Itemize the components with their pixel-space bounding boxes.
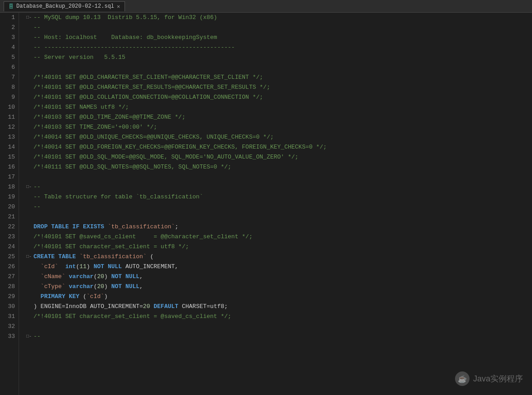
code-content-15: /*!40101 SET @OLD_SQL_MODE=@@SQL_MODE, S… xyxy=(34,152,298,162)
line-num-3: 3 xyxy=(5,33,15,43)
line-num-31: 31 xyxy=(5,312,15,322)
code-line-33: □--- xyxy=(26,332,532,342)
code-line-28: `cType` varchar(20) NOT NULL, xyxy=(26,282,532,292)
line-num-33: 33 xyxy=(5,332,15,342)
line-num-5: 5 xyxy=(5,53,15,63)
code-content-14: /*!40014 SET @OLD_FOREIGN_KEY_CHECKS=@@F… xyxy=(34,142,327,152)
code-line-10: /*!40101 SET NAMES utf8 */; xyxy=(26,102,532,112)
fold-indicator-18[interactable]: □- xyxy=(26,182,33,192)
line-num-2: 2 xyxy=(5,23,15,33)
code-line-4: -- -------------------------------------… xyxy=(26,43,532,53)
line-num-24: 24 xyxy=(5,242,15,252)
line-num-1: 1 xyxy=(5,13,15,23)
tab-label: Database_Backup_2020-02-12.sql xyxy=(16,3,114,10)
code-line-19: -- Table structure for table `tb_classif… xyxy=(26,192,532,202)
code-content-26: `cId` int(11) NOT NULL AUTO_INCREMENT, xyxy=(34,262,178,272)
code-content-30: ) ENGINE=InnoDB AUTO_INCREMENT=20 DEFAUL… xyxy=(34,302,228,312)
code-line-3: -- Host: localhost Database: db_bookkeep… xyxy=(26,33,532,43)
code-content-22: DROP TABLE IF EXISTS `tb_classification`… xyxy=(34,222,178,232)
code-content-10: /*!40101 SET NAMES utf8 */; xyxy=(34,102,129,112)
code-line-16: /*!40111 SET @OLD_SQL_NOTES=@@SQL_NOTES,… xyxy=(26,162,532,172)
code-line-22: DROP TABLE IF EXISTS `tb_classification`… xyxy=(26,222,532,232)
code-line-20: -- xyxy=(26,202,532,212)
fold-indicator-33[interactable]: □- xyxy=(26,332,33,342)
code-line-8: /*!40101 SET @OLD_CHARACTER_SET_RESULTS=… xyxy=(26,82,532,92)
code-line-13: /*!40014 SET @OLD_UNIQUE_CHECKS=@@UNIQUE… xyxy=(26,132,532,142)
line-num-15: 15 xyxy=(5,152,15,162)
line-num-10: 10 xyxy=(5,102,15,112)
code-content-1: -- MySQL dump 10.13 Distrib 5.5.15, for … xyxy=(34,13,217,23)
code-content-19: -- Table structure for table `tb_classif… xyxy=(34,192,203,202)
code-line-5: -- Server version 5.5.15 xyxy=(26,53,532,63)
code-content-28: `cType` varchar(20) NOT NULL, xyxy=(34,282,143,292)
code-content-29: PRIMARY KEY (`cId`) xyxy=(34,292,108,302)
code-line-30: ) ENGINE=InnoDB AUTO_INCREMENT=20 DEFAUL… xyxy=(26,302,532,312)
code-content-7: /*!40101 SET @OLD_CHARACTER_SET_CLIENT=@… xyxy=(34,72,263,82)
line-num-9: 9 xyxy=(5,92,15,102)
line-num-30: 30 xyxy=(5,302,15,312)
line-num-4: 4 xyxy=(5,43,15,53)
tab-close-button[interactable]: ✕ xyxy=(117,3,120,10)
code-content-9: /*!40101 SET @OLD_COLLATION_CONNECTION=@… xyxy=(34,92,263,102)
fold-indicator-1[interactable]: □- xyxy=(26,13,33,23)
title-bar: 🗄 Database_Backup_2020-02-12.sql ✕ xyxy=(0,0,532,13)
line-num-21: 21 xyxy=(5,212,15,222)
file-icon: 🗄 xyxy=(9,4,14,10)
code-content-25: CREATE TABLE `tb_classification` ( xyxy=(34,252,153,262)
code-content-8: /*!40101 SET @OLD_CHARACTER_SET_RESULTS=… xyxy=(34,82,270,92)
code-line-26: `cId` int(11) NOT NULL AUTO_INCREMENT, xyxy=(26,262,532,272)
line-num-8: 8 xyxy=(5,82,15,92)
editor-container: 1234567891011121314151617181920212223242… xyxy=(0,13,532,395)
code-content-24: /*!40101 SET character_set_client = utf8… xyxy=(34,242,189,252)
code-content-13: /*!40014 SET @OLD_UNIQUE_CHECKS=@@UNIQUE… xyxy=(34,132,274,142)
code-content-31: /*!40101 SET character_set_client = @sav… xyxy=(34,312,231,322)
line-num-26: 26 xyxy=(5,262,15,272)
code-line-18: □--- xyxy=(26,182,532,192)
code-content-16: /*!40111 SET @OLD_SQL_NOTES=@@SQL_NOTES,… xyxy=(34,162,231,172)
code-line-29: PRIMARY KEY (`cId`) xyxy=(26,292,532,302)
code-content-27: `cName` varchar(20) NOT NULL, xyxy=(34,272,143,282)
line-num-29: 29 xyxy=(5,292,15,302)
file-tab[interactable]: 🗄 Database_Backup_2020-02-12.sql ✕ xyxy=(4,1,125,11)
code-line-14: /*!40014 SET @OLD_FOREIGN_KEY_CHECKS=@@F… xyxy=(26,142,532,152)
line-num-27: 27 xyxy=(5,272,15,282)
line-numbers: 1234567891011121314151617181920212223242… xyxy=(0,13,19,395)
line-num-16: 16 xyxy=(5,162,15,172)
line-num-13: 13 xyxy=(5,132,15,142)
fold-indicator-25[interactable]: □- xyxy=(26,252,33,262)
code-content-18: -- xyxy=(34,182,41,192)
line-num-25: 25 xyxy=(5,252,15,262)
code-content-12: /*!40103 SET TIME_ZONE='+00:00' */; xyxy=(34,122,157,132)
code-content-33: -- xyxy=(34,332,41,342)
code-line-31: /*!40101 SET character_set_client = @sav… xyxy=(26,312,532,322)
line-num-32: 32 xyxy=(5,322,15,332)
line-num-14: 14 xyxy=(5,142,15,152)
code-content-11: /*!40103 SET @OLD_TIME_ZONE=@@TIME_ZONE … xyxy=(34,112,185,122)
code-line-7: /*!40101 SET @OLD_CHARACTER_SET_CLIENT=@… xyxy=(26,72,532,82)
code-line-23: /*!40101 SET @saved_cs_client = @@charac… xyxy=(26,232,532,242)
code-line-15: /*!40101 SET @OLD_SQL_MODE=@@SQL_MODE, S… xyxy=(26,152,532,162)
line-num-11: 11 xyxy=(5,112,15,122)
line-num-12: 12 xyxy=(5,122,15,132)
code-line-21 xyxy=(26,212,532,222)
code-line-1: □--- MySQL dump 10.13 Distrib 5.5.15, fo… xyxy=(26,13,532,23)
code-content-3: -- Host: localhost Database: db_bookkeep… xyxy=(34,33,217,43)
code-line-11: /*!40103 SET @OLD_TIME_ZONE=@@TIME_ZONE … xyxy=(26,112,532,122)
line-num-22: 22 xyxy=(5,222,15,232)
code-content-4: -- -------------------------------------… xyxy=(34,43,235,53)
code-line-6 xyxy=(26,63,532,72)
line-num-7: 7 xyxy=(5,72,15,82)
line-num-19: 19 xyxy=(5,192,15,202)
code-line-25: □-CREATE TABLE `tb_classification` ( xyxy=(26,252,532,262)
code-content-20: -- xyxy=(34,202,41,212)
line-num-23: 23 xyxy=(5,232,15,242)
line-num-6: 6 xyxy=(5,63,15,72)
code-line-32 xyxy=(26,322,532,332)
line-num-17: 17 xyxy=(5,172,15,182)
code-area[interactable]: □--- MySQL dump 10.13 Distrib 5.5.15, fo… xyxy=(19,13,532,395)
code-line-2: -- xyxy=(26,23,532,33)
line-num-20: 20 xyxy=(5,202,15,212)
code-content-23: /*!40101 SET @saved_cs_client = @@charac… xyxy=(34,232,253,242)
code-content-2: -- xyxy=(34,23,41,33)
code-line-27: `cName` varchar(20) NOT NULL, xyxy=(26,272,532,282)
